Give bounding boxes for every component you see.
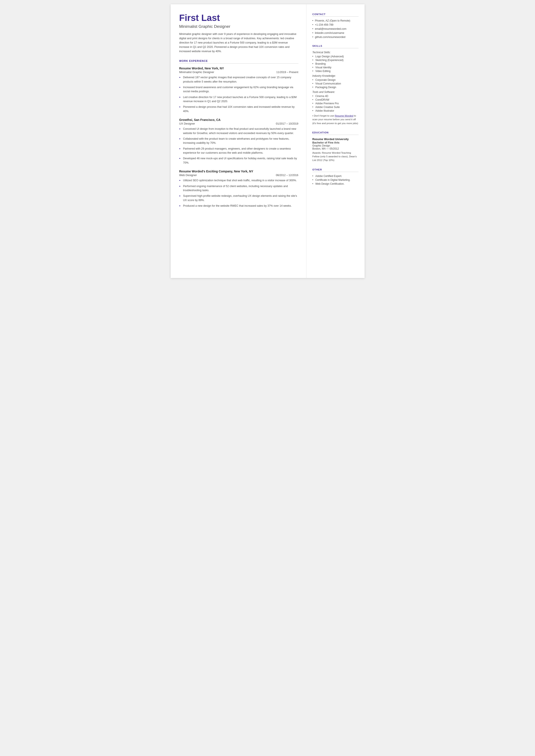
job-2-bullet-1: Conceived UI design from inception to th… — [179, 127, 298, 135]
other-2: Certificate in Digital Marketing. — [312, 179, 358, 182]
other-list: Adobe Certified Expert. Certificate in D… — [312, 175, 358, 185]
job-1: Resume Worded, New York, NY Minimalist G… — [179, 67, 298, 113]
contact-label: CONTACT — [312, 13, 358, 16]
job-1-title-row: Minimalist Graphic Designer 11/2019 – Pr… — [179, 70, 298, 74]
job-3: Resume Worded's Exciting Company, New Yo… — [179, 170, 298, 208]
skills-technical-list: Logo Design (Advanced) Sketching (Experi… — [312, 55, 358, 72]
skills-tools-list: Cinema 4D CorelDRAW Adobe Premiere Pro A… — [312, 95, 358, 112]
candidate-name: First Last — [179, 13, 298, 23]
skills-section: SKILLS Technical Skills: Logo Design (Ad… — [312, 44, 358, 125]
edu-awards: Awards: Resume Worded Teaching Fellow (o… — [312, 151, 358, 162]
skill-3: Branding — [312, 62, 358, 65]
education-section: EDUCATION Resume Worded University Bache… — [312, 131, 358, 162]
resume-worded-link[interactable]: Resume Worded — [335, 114, 353, 117]
job-1-title: Minimalist Graphic Designer — [179, 70, 214, 74]
edu-degree: Bachelor of Fine Arts — [312, 141, 358, 144]
edu-field: Graphic Design — [312, 144, 358, 147]
skills-tools-label: Tools and Software: — [312, 91, 358, 94]
work-experience-label: WORK EXPERIENCE — [179, 60, 298, 64]
edu-institution: Resume Worded University — [312, 137, 358, 141]
skill-6: Corporate Design — [312, 78, 358, 81]
job-2-company: Growthsi, San Francisco, CA — [179, 118, 298, 122]
skill-9: Cinema 4D — [312, 95, 358, 98]
job-1-bullets: Delivered 187 vector graphic images that… — [179, 75, 298, 113]
skill-12: Adobe Creative Suite — [312, 106, 358, 109]
contact-linkedin: linkedin.com/in/username — [312, 32, 358, 35]
job-3-bullet-2: Performed ongoing maintenance of 52 clie… — [179, 184, 298, 193]
job-2: Growthsi, San Francisco, CA UX Designer … — [179, 118, 298, 165]
job-2-bullet-2: Collaborated with the product team to cr… — [179, 137, 298, 145]
other-3: Web Design Certification. — [312, 182, 358, 185]
job-1-bullet-3: Led creative direction for 17 new produc… — [179, 95, 298, 104]
job-1-bullet-2: Increased brand awareness and customer e… — [179, 85, 298, 94]
job-1-bullet-4: Pioneered a design process that had 10X … — [179, 105, 298, 113]
contact-github: github.com/resumeworded — [312, 36, 358, 39]
skill-4: Visual Identity — [312, 66, 358, 69]
other-label: OTHER — [312, 168, 358, 172]
skills-technical-label: Technical Skills: — [312, 51, 358, 54]
job-3-title-row: Web Designer 06/2012 – 12/2016 — [179, 174, 298, 177]
job-1-company: Resume Worded, New York, NY — [179, 67, 298, 70]
job-1-bullet-1: Delivered 187 vector graphic images that… — [179, 75, 298, 84]
left-column: First Last Minimalist Graphic Designer M… — [171, 4, 306, 278]
job-3-bullet-3: Supervised high-profile website redesign… — [179, 194, 298, 202]
contact-location: Phoenix, AZ (Open to Remote) — [312, 19, 358, 22]
edu-date: Boston, MA — 05/2012 — [312, 147, 358, 150]
job-1-dates: 11/2019 – Present — [276, 71, 298, 74]
job-3-dates: 06/2012 – 12/2016 — [276, 174, 298, 177]
other-1: Adobe Certified Expert. — [312, 175, 358, 178]
job-3-company: Resume Worded's Exciting Company, New Yo… — [179, 170, 298, 173]
contact-section: CONTACT Phoenix, AZ (Open to Remote) +1-… — [312, 13, 358, 39]
job-2-bullet-3: Partnered with 29 product managers, engi… — [179, 147, 298, 155]
skill-1: Logo Design (Advanced) — [312, 55, 358, 58]
other-section: OTHER Adobe Certified Expert. Certificat… — [312, 168, 358, 185]
candidate-title: Minimalist Graphic Designer — [179, 24, 298, 29]
resume-page: First Last Minimalist Graphic Designer M… — [171, 4, 365, 278]
job-2-title-row: UX Designer 01/2017 – 10/2019 — [179, 122, 298, 125]
contact-list: Phoenix, AZ (Open to Remote) +1-234-456-… — [312, 19, 358, 39]
skill-13: Adobe Illustrator — [312, 109, 358, 112]
job-2-bullet-4: Developed 46 new mock-ups and UI specifi… — [179, 156, 298, 165]
skills-label: SKILLS — [312, 44, 358, 48]
skills-industry-list: Corporate Design Visual Communication Pa… — [312, 78, 358, 89]
skill-8: Packaging Design — [312, 86, 358, 89]
skills-industry-label: Industry Knowledge: — [312, 74, 358, 77]
job-3-bullet-4: Produced a new design for the website RW… — [179, 204, 298, 208]
right-column: CONTACT Phoenix, AZ (Open to Remote) +1-… — [306, 4, 365, 278]
job-3-title: Web Designer — [179, 174, 197, 177]
skill-5: Video Editing — [312, 70, 358, 72]
contact-email: email@resumeworded.com — [312, 27, 358, 30]
job-3-bullet-1: Utilized SEO optimization technique that… — [179, 179, 298, 182]
skill-7: Visual Communication — [312, 82, 358, 85]
summary-text: Minimalist graphic designer with over 9 … — [179, 32, 298, 53]
skills-note: • Don't forget to use Resume Worded to s… — [312, 114, 358, 125]
contact-phone: +1-234-456-789 — [312, 23, 358, 26]
job-3-bullets: Utilized SEO optimization technique that… — [179, 179, 298, 208]
skill-11: Adobe Premiere Pro — [312, 102, 358, 105]
job-2-title: UX Designer — [179, 122, 195, 125]
job-2-bullets: Conceived UI design from inception to th… — [179, 127, 298, 165]
skill-2: Sketching (Experienced) — [312, 59, 358, 62]
education-label: EDUCATION — [312, 131, 358, 135]
job-2-dates: 01/2017 – 10/2019 — [276, 122, 298, 125]
skill-10: CorelDRAW — [312, 98, 358, 101]
